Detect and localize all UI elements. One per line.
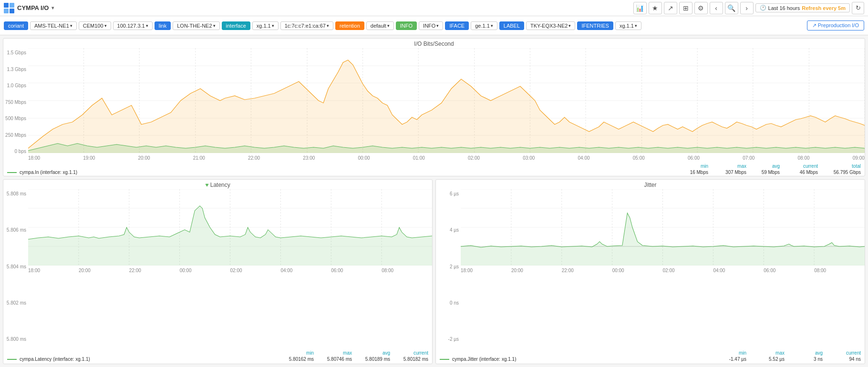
grid-button[interactable]: ⊞ (679, 2, 692, 14)
preproduction-label: ↗ Preproduction I/O (812, 22, 859, 29)
filter-xg11[interactable]: xg.1.1 ▾ (252, 21, 279, 30)
refresh-button[interactable]: ↻ (852, 2, 864, 14)
jitter-chart-title: Jitter (436, 180, 865, 189)
preproduction-button[interactable]: ↗ Preproduction I/O (807, 20, 864, 31)
jitter-chart-panel: Jitter 6 µs 4 µs 2 µs 0 ns -2 µs (435, 179, 865, 364)
filter-xg11-2[interactable]: xg.1.1 ▾ (615, 21, 641, 30)
filter-ip[interactable]: 100.127.3.1 ▾ (113, 21, 153, 30)
settings-button[interactable]: ⚙ (694, 2, 708, 14)
latency-chart-panel: ♥ Latency 5.808 ms 5.806 ms 5.804 ms 5.8… (3, 179, 433, 364)
filter-info-green[interactable]: INFO (396, 21, 417, 30)
jitter-chart-svg (461, 189, 865, 265)
bar-chart-button[interactable]: 📊 (633, 2, 647, 14)
latency-legend-area: min max avg current cympa.Latency (inter… (3, 349, 432, 364)
clock-icon: 🕐 (760, 5, 766, 11)
time-label: Last 16 hours (768, 5, 800, 11)
latency-chart-title: ♥ Latency (3, 180, 432, 189)
app-logo[interactable]: CYMPA I/O ▾ (4, 3, 54, 13)
time-range-display: 🕐 Last 16 hours Refresh every 5m (755, 3, 850, 12)
share-button[interactable]: ↗ (664, 2, 677, 14)
latency-chart-svg (28, 189, 432, 265)
filter-lon-the-ne2[interactable]: LON-THE-NE2 ▾ (173, 21, 219, 30)
filter-ge11[interactable]: ge.1.1 ▾ (471, 21, 497, 30)
filter-tky[interactable]: TKY-EQX3-NE2 ▾ (526, 21, 575, 30)
bookmark-button[interactable]: ★ (649, 2, 662, 14)
latency-y-axis: 5.808 ms 5.806 ms 5.804 ms 5.802 ms 5.80… (3, 189, 28, 349)
filter-ifentries[interactable]: IFENTRIES (577, 21, 613, 30)
io-chart-wrapper: 1.5 Gbps 1.3 Gbps 1.0 Gbps 750 Mbps 500 … (3, 48, 865, 163)
filter-label[interactable]: LABEL (499, 21, 524, 30)
top-bar-left: CYMPA I/O ▾ (4, 3, 54, 13)
filter-ams-tel-ne1[interactable]: AMS-TEL-NE1 ▾ (30, 21, 77, 30)
jitter-legend-label: cympa.Jitter (interface: xg.1.1) (452, 357, 517, 362)
prev-button[interactable]: ‹ (710, 2, 723, 14)
filter-mac[interactable]: 1c:7c:c7:e1:ca:67 ▾ (280, 21, 333, 30)
app-logo-icon (4, 3, 14, 13)
latency-chart-wrapper: 5.808 ms 5.806 ms 5.804 ms 5.802 ms 5.80… (3, 189, 432, 349)
io-legend-area: min max avg current total cympa.In (inte… (3, 163, 865, 176)
filter-coriant[interactable]: coriant (4, 21, 28, 30)
latency-x-axis: 18:00 20:00 22:00 00:00 02:00 04:00 06:0… (28, 267, 432, 273)
jitter-chart-inner: 18:00 20:00 22:00 00:00 02:00 04:00 06:0… (461, 189, 865, 349)
app-name: CYMPA I/O (17, 4, 49, 11)
filter-bar: coriant AMS-TEL-NE1 ▾ CEM100 ▾ 100.127.3… (0, 16, 868, 35)
jitter-y-axis: 6 µs 4 µs 2 µs 0 ns -2 µs (436, 189, 461, 349)
filter-link[interactable]: link (155, 21, 171, 30)
io-chart-title: I/O Bits/Second (3, 39, 865, 48)
main-content: I/O Bits/Second 1.5 Gbps 1.3 Gbps 1.0 Gb… (0, 35, 868, 367)
filter-cem100[interactable]: CEM100 ▾ (79, 21, 111, 30)
jitter-legend-area: min max avg current cympa.Jitter (interf… (436, 349, 865, 364)
jitter-chart-wrapper: 6 µs 4 µs 2 µs 0 ns -2 µs (436, 189, 865, 349)
filter-default[interactable]: default ▾ (366, 21, 394, 30)
io-x-axis: 18:00 19:00 20:00 21:00 22:00 23:00 00:0… (28, 154, 865, 161)
filter-info-outline[interactable]: INFO ▾ (419, 21, 443, 30)
filter-retention[interactable]: retention (335, 21, 364, 30)
latency-legend-label: cympa.Latency (interface: xg.1.1) (20, 357, 90, 362)
top-bar: CYMPA I/O ▾ 📊 ★ ↗ ⊞ ⚙ ‹ 🔍 › 🕐 Last 16 ho… (0, 0, 868, 16)
legend-out-label: cympa.Out (interface: xg.1.1) (20, 176, 81, 176)
bottom-charts: ♥ Latency 5.808 ms 5.806 ms 5.804 ms 5.8… (3, 179, 865, 364)
io-chart-inner: 18:00 19:00 20:00 21:00 22:00 23:00 00:0… (28, 48, 865, 163)
io-chart-panel: I/O Bits/Second 1.5 Gbps 1.3 Gbps 1.0 Gb… (3, 38, 865, 176)
svg-marker-22 (28, 60, 865, 153)
refresh-label[interactable]: Refresh every 5m (802, 5, 846, 11)
io-y-axis: 1.5 Gbps 1.3 Gbps 1.0 Gbps 750 Mbps 500 … (3, 48, 28, 163)
filter-interface[interactable]: interface (222, 21, 250, 30)
next-button[interactable]: › (740, 2, 754, 14)
jitter-x-axis: 18:00 20:00 22:00 00:00 02:00 04:00 06:0… (461, 267, 865, 273)
legend-in-label: cympa.In (interface: xg.1.1) (20, 170, 77, 175)
app-menu-caret[interactable]: ▾ (52, 5, 54, 10)
io-chart-svg (28, 48, 865, 153)
top-bar-right: 📊 ★ ↗ ⊞ ⚙ ‹ 🔍 › 🕐 Last 16 hours Refresh … (633, 2, 864, 14)
legend-in-line (7, 172, 17, 173)
filter-iface[interactable]: IFACE (445, 21, 469, 30)
latency-chart-inner: 18:00 20:00 22:00 00:00 02:00 04:00 06:0… (28, 189, 432, 349)
search-button[interactable]: 🔍 (725, 2, 738, 14)
